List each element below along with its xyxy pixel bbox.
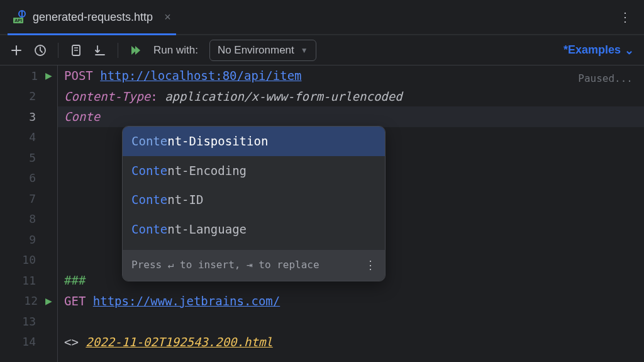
line-number: 9 — [21, 233, 36, 246]
line-number: 11 — [21, 274, 36, 287]
code-line: Content-Type: application/x-www-form-url… — [64, 86, 644, 107]
run-with-label: Run with: — [153, 44, 198, 57]
autocomplete-item[interactable]: Content-Encoding — [123, 156, 385, 186]
line-number: 6 — [21, 171, 36, 184]
gutter-row[interactable]: 1▶ — [0, 65, 57, 86]
code-line: GET https://www.jetbrains.com/ — [64, 291, 644, 312]
run-gutter-icon[interactable]: ▶ — [45, 296, 52, 306]
chevron-down-icon: ⌄ — [625, 43, 634, 57]
autocomplete-item[interactable]: Content-Disposition — [123, 127, 385, 156]
gutter-row[interactable]: 4 — [0, 127, 57, 148]
line-number: 12 — [23, 294, 38, 307]
status-hint: Paused... — [578, 69, 633, 89]
toolbar-divider — [118, 43, 118, 58]
gutter-row[interactable]: 12▶ — [0, 291, 57, 312]
add-request-icon[interactable] — [10, 44, 23, 57]
line-number: 7 — [21, 192, 36, 205]
gutter-row[interactable]: 8 — [0, 209, 57, 230]
gutter-row[interactable]: 7 — [0, 188, 57, 209]
line-number: 4 — [21, 130, 36, 144]
code-line: <> 2022-11-02T192543.200.html — [64, 332, 644, 353]
gutter-row[interactable]: 13 — [0, 311, 57, 332]
gutter-row[interactable]: 2 — [0, 86, 57, 107]
run-gutter-icon[interactable]: ▶ — [45, 71, 52, 81]
gutter-row[interactable]: 3 — [0, 106, 57, 127]
import-icon[interactable] — [94, 44, 106, 57]
examples-button[interactable]: *Examples ⌄ — [564, 43, 634, 57]
line-number: 10 — [21, 253, 36, 266]
chevron-down-icon: ▼ — [301, 46, 308, 55]
tab-bar: API generated-requests.http × ⋮ — [0, 0, 644, 35]
editor-area: 1▶23456789101112▶1314 Paused... POST htt… — [0, 65, 644, 362]
autocomplete-hint: Press ↵ to insert, ⇥ to replace — [131, 255, 319, 276]
tab-filename: generated-requests.http — [33, 11, 153, 24]
autocomplete-item[interactable]: Content-ID — [123, 185, 385, 215]
gutter-row[interactable]: 5 — [0, 147, 57, 168]
line-number: 8 — [21, 212, 36, 225]
autocomplete-item[interactable]: Content-Length — [123, 244, 385, 250]
autocomplete-item[interactable]: Content-Language — [123, 215, 385, 244]
env-selected-label: No Environment — [218, 44, 294, 57]
more-menu-icon[interactable]: ⋮ — [614, 9, 636, 25]
history-icon[interactable] — [34, 44, 47, 57]
line-number: 5 — [21, 151, 36, 164]
autocomplete-more-icon[interactable]: ⋮ — [365, 255, 376, 276]
examples-label: *Examples — [564, 43, 621, 57]
file-tab[interactable]: API generated-requests.http × — [8, 0, 176, 34]
line-number: 2 — [21, 89, 36, 103]
line-number: 14 — [21, 335, 36, 348]
toolbar-left: Run with: No Environment ▼ — [10, 40, 316, 61]
toolbar: Run with: No Environment ▼ *Examples ⌄ — [0, 35, 644, 65]
code-line-current: Conte — [58, 106, 644, 127]
gutter-row[interactable]: 6 — [0, 168, 57, 189]
run-all-icon[interactable] — [130, 44, 142, 57]
gutter-row[interactable]: 14 — [0, 332, 57, 353]
gutter-row[interactable]: 10 — [0, 250, 57, 271]
environment-dropdown[interactable]: No Environment ▼ — [209, 40, 316, 61]
toolbar-divider — [58, 43, 58, 58]
svg-text:API: API — [14, 18, 22, 23]
gutter-row[interactable]: 11 — [0, 270, 57, 291]
code-line: POST http://localhost:80/api/item — [64, 65, 644, 86]
gutter-row[interactable]: 9 — [0, 229, 57, 250]
line-number: 1 — [23, 69, 38, 82]
line-number: 13 — [21, 315, 36, 328]
code-line — [64, 311, 644, 332]
autocomplete-footer: Press ↵ to insert, ⇥ to replace ⋮ — [123, 250, 385, 281]
autocomplete-popup: Content-DispositionContent-EncodingConte… — [122, 126, 386, 281]
line-number: 3 — [21, 110, 36, 123]
close-icon[interactable]: × — [164, 11, 171, 24]
convert-icon[interactable] — [70, 44, 82, 57]
code-area[interactable]: Paused... POST http://localhost:80/api/i… — [58, 65, 644, 362]
autocomplete-list: Content-DispositionContent-EncodingConte… — [123, 127, 385, 250]
gutter: 1▶23456789101112▶1314 — [0, 65, 58, 362]
api-file-icon: API — [13, 10, 26, 24]
